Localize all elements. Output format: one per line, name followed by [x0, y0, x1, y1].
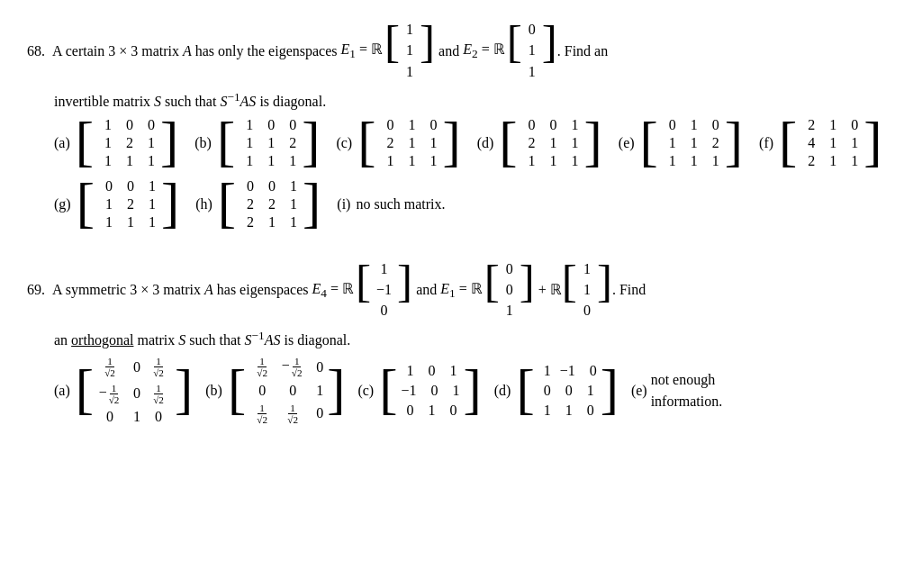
- problem-68-row2: invertible matrix S such that S−1AS is d…: [54, 89, 895, 109]
- e2-vector: 0 1 1: [507, 18, 557, 84]
- e1-label-69: E1 = ℝ: [440, 277, 482, 303]
- option-b-68: (b) 100 112 111: [194, 115, 320, 171]
- period-69: .: [612, 278, 616, 302]
- options-row-1: (a) 100 121 111 (b) 100: [54, 115, 895, 171]
- invertible-text: invertible matrix S such that S−1AS is d…: [54, 94, 326, 109]
- problem-69: 69. A symmetric 3 × 3 matrix A has eigen…: [27, 258, 895, 428]
- problem-68-statement: 68. A certain 3 × 3 matrix A has only th…: [27, 18, 895, 84]
- period: .: [557, 40, 561, 63]
- orthogonal-text: an orthogonal matrix S such that S−1AS i…: [54, 332, 350, 348]
- e4-vector: 1 −1 0: [356, 258, 412, 323]
- vec-bracket-right: [420, 18, 435, 84]
- option-b-69: (b) 1√2 −1√2 0 0 0 1: [205, 354, 345, 427]
- vec-bracket-left: [384, 18, 400, 84]
- problem-68: 68. A certain 3 × 3 matrix A has only th…: [27, 18, 895, 232]
- plus-r-text: + ℝ: [538, 278, 562, 302]
- problem-number-68: 68.: [27, 40, 45, 63]
- problem-68-text1: A certain 3 × 3 matrix A has only the ei…: [52, 40, 338, 63]
- option-f-68: (f) 210 411 211: [759, 115, 881, 171]
- vec-cells: 1 1 1: [400, 18, 420, 84]
- option-a-69: (a) 1√2 0 1√2 −1√2 0 1√2: [54, 354, 193, 427]
- e1-vector: 1 1 1: [384, 18, 435, 84]
- e1-vector2-69: 1 1 0: [562, 258, 612, 323]
- option-c-68: (c) 010 211 111: [336, 115, 460, 171]
- option-a-68: (a) 100 121 111: [54, 115, 178, 171]
- problem-69-statement: 69. A symmetric 3 × 3 matrix A has eigen…: [27, 258, 895, 323]
- problem-69-text1: A symmetric 3 × 3 matrix A has eigenspac…: [52, 278, 309, 302]
- option-c-69: (c) 101 −101 010: [357, 361, 481, 421]
- option-d-68: (d) 001 211 111: [477, 115, 602, 171]
- page-content: 68. A certain 3 × 3 matrix A has only th…: [27, 18, 895, 427]
- option-h-68: (h) 001 221 211: [195, 176, 321, 232]
- problem-number-69: 69.: [27, 278, 45, 302]
- and-text-68: and: [438, 40, 459, 63]
- problem-69-row2: an orthogonal matrix S such that S−1AS i…: [54, 329, 895, 348]
- option-e-68: (e) 010 112 111: [619, 115, 743, 171]
- not-enough-info: not enoughinformation.: [651, 369, 723, 412]
- option-d-69: (d) 1−10 001 110: [494, 361, 619, 421]
- and-text-69: and: [416, 278, 437, 302]
- options-row-2: (g) 001 121 111 (h) 001: [54, 176, 895, 232]
- vec-cells-2: 0 1 1: [522, 18, 542, 84]
- option-i-68: (i) no such matrix.: [337, 196, 445, 213]
- options-row-69: (a) 1√2 0 1√2 −1√2 0 1√2: [54, 354, 895, 427]
- find-text-69: Find: [619, 278, 646, 302]
- option-e-69: (e) not enoughinformation.: [631, 369, 722, 412]
- e1-vector1-69: 0 0 1: [484, 258, 535, 323]
- vec-bracket-left-2: [507, 18, 522, 84]
- mat-bracket-l: [76, 115, 94, 170]
- option-g-68: (g) 001 121 111: [54, 176, 179, 232]
- e2-label: E2 = ℝ: [463, 38, 504, 64]
- find-text-68: Find an: [565, 40, 608, 63]
- no-such-matrix: no such matrix.: [356, 196, 445, 213]
- e4-label: E4 = ℝ: [312, 277, 354, 303]
- mat-bracket-r: [160, 115, 178, 170]
- vec-bracket-right-2: [542, 18, 557, 84]
- e1-label: E1 = ℝ: [341, 38, 383, 64]
